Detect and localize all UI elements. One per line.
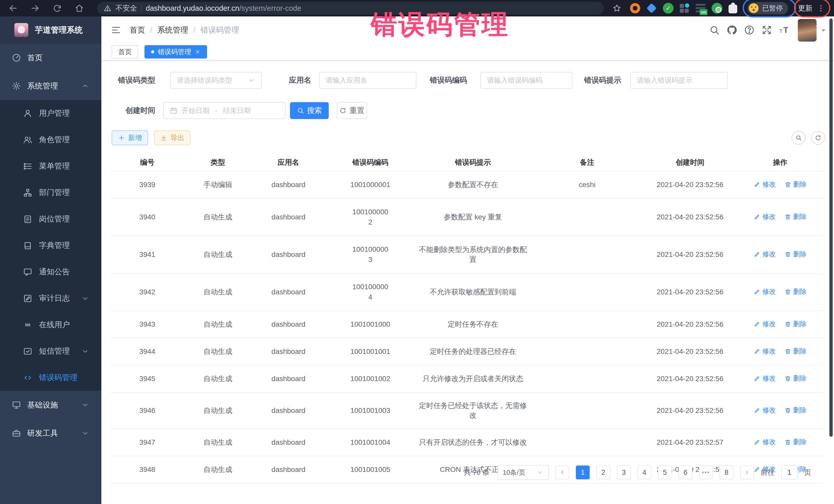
menu-label: 通知公告: [39, 267, 70, 277]
sidebar-item-角色管理[interactable]: 角色管理: [0, 127, 101, 153]
cell-time: 2021-04-20 23:52:56: [643, 365, 737, 392]
sidebar-item-审计日志[interactable]: 审计日志: [0, 285, 101, 311]
sidebar-item-通知公告[interactable]: 通知公告: [0, 259, 101, 285]
on-badge-extension-icon[interactable]: on: [696, 4, 705, 13]
error-msg-input[interactable]: [637, 76, 721, 84]
reset-button[interactable]: 重置: [337, 102, 367, 119]
puzzle-extension-icon[interactable]: [728, 5, 737, 13]
error-type-select[interactable]: 请选择错误码类型: [170, 72, 262, 89]
edit-link[interactable]: 修改: [754, 287, 776, 296]
edit-link[interactable]: 修改: [754, 250, 776, 259]
grid-extension-icon[interactable]: [680, 3, 689, 13]
add-button[interactable]: 新增: [112, 130, 148, 145]
tag-home[interactable]: 首页: [112, 45, 138, 59]
page-size-select[interactable]: 10条/页: [498, 465, 549, 480]
delete-link[interactable]: 删除: [785, 180, 807, 189]
sidebar-item-菜单管理[interactable]: 菜单管理: [0, 153, 101, 179]
profile-chip[interactable]: 已暂停: [747, 2, 788, 14]
delete-link[interactable]: 删除: [785, 287, 807, 296]
sidebar-item-用户管理[interactable]: 用户管理: [0, 100, 101, 127]
tag-error-code[interactable]: 错误码管理: [145, 45, 207, 59]
edit-link[interactable]: 修改: [754, 180, 776, 189]
delete-link[interactable]: 删除: [785, 406, 807, 415]
chevron-right-icon: [744, 469, 750, 476]
chevron-left-icon: [559, 469, 565, 476]
delete-link[interactable]: 删除: [785, 250, 807, 259]
sidebar-item-字典管理[interactable]: 字典管理: [0, 232, 101, 259]
page-button-4[interactable]: 4: [637, 465, 651, 479]
delete-link[interactable]: 删除: [785, 347, 807, 356]
address-bar[interactable]: 不安全 dashboard.yudao.iocoder.cn/system/er…: [97, 2, 604, 15]
pages-ellipsis[interactable]: •••: [699, 465, 713, 479]
refresh-table-button[interactable]: [811, 131, 825, 145]
edit-link[interactable]: 修改: [754, 320, 776, 328]
breadcrumb-home[interactable]: 首页: [130, 25, 145, 36]
sidebar-item-错误码管理[interactable]: 错误码管理: [0, 365, 101, 391]
question-icon[interactable]: [744, 25, 755, 36]
menu-label: 短信管理: [39, 346, 70, 356]
delete-link[interactable]: 删除: [785, 320, 807, 328]
breadcrumb-system[interactable]: 系统管理: [157, 25, 188, 36]
edit-link[interactable]: 修改: [754, 374, 776, 383]
error-msg-field[interactable]: [630, 72, 728, 89]
close-icon[interactable]: [195, 49, 200, 54]
sidebar-item-短信管理[interactable]: 短信管理: [0, 338, 101, 365]
delete-icon: [785, 214, 791, 220]
fontsize-icon[interactable]: TT: [779, 25, 790, 36]
app-name-input[interactable]: [326, 76, 410, 84]
delete-link[interactable]: 删除: [785, 438, 807, 446]
page-button-8[interactable]: 8: [720, 465, 733, 479]
sidebar-item-部门管理[interactable]: 部门管理: [0, 179, 101, 206]
page-button-2[interactable]: 2: [596, 465, 610, 479]
green-check-extension-icon[interactable]: [663, 3, 674, 14]
sidebar-item-在线用户[interactable]: 在线用户: [0, 311, 101, 338]
cell-time: 2021-04-20 23:52:56: [643, 171, 737, 198]
update-button[interactable]: 更新: [798, 3, 825, 14]
forward-icon[interactable]: [30, 3, 40, 13]
sidebar-item-研发工具[interactable]: 研发工具: [0, 419, 101, 447]
edit-link[interactable]: 修改: [754, 347, 776, 356]
blue-gem-extension-icon[interactable]: [646, 3, 657, 13]
cell-time: 2021-04-20 23:52:56: [643, 236, 737, 273]
hamburger-icon[interactable]: [111, 25, 122, 36]
page-button-3[interactable]: 3: [617, 465, 631, 479]
caret-down-icon[interactable]: [820, 27, 827, 34]
cell-time: 2021-04-20 23:52:57: [643, 429, 737, 456]
user-avatar[interactable]: [798, 19, 816, 42]
url-text: dashboard.yudao.iocoder.cn/system/error-…: [146, 4, 301, 13]
goto-page-input[interactable]: [781, 465, 797, 480]
bookmark-star-icon[interactable]: [612, 4, 621, 13]
orange-ring-extension-icon[interactable]: [630, 3, 640, 13]
sidebar-item-基础设施[interactable]: 基础设施: [0, 391, 101, 419]
page-button-5[interactable]: 5: [658, 465, 672, 479]
edit-link[interactable]: 修改: [754, 406, 776, 415]
page-button-6[interactable]: 6: [679, 465, 692, 479]
reload-icon[interactable]: [52, 3, 62, 13]
search-icon[interactable]: [709, 25, 720, 36]
page-button-1[interactable]: 1: [576, 465, 590, 479]
prev-page-button[interactable]: [555, 465, 569, 479]
next-page-button[interactable]: [740, 465, 754, 479]
export-button[interactable]: 导出: [154, 130, 191, 145]
fullscreen-icon[interactable]: [761, 25, 772, 36]
monkey-extension-icon[interactable]: [711, 3, 722, 14]
app-name-field[interactable]: [319, 72, 416, 89]
scrollbar-thumb[interactable]: [829, 19, 833, 437]
home-icon[interactable]: [74, 3, 84, 13]
delete-link[interactable]: 删除: [785, 374, 807, 383]
toggle-search-button[interactable]: [792, 131, 806, 145]
github-icon[interactable]: [726, 25, 737, 36]
error-code-input[interactable]: [487, 76, 566, 84]
date-range-picker[interactable]: 开始日期 - 结束日期: [163, 102, 286, 119]
edit-link[interactable]: 修改: [754, 438, 776, 446]
sidebar-item-系统管理[interactable]: 系统管理: [0, 72, 101, 100]
menu-kebab-icon[interactable]: [816, 4, 825, 13]
search-button[interactable]: 搜索: [290, 102, 329, 119]
sidebar-item-首页[interactable]: 首页: [0, 44, 101, 72]
edit-link[interactable]: 修改: [754, 212, 776, 221]
error-code-field[interactable]: [480, 72, 572, 89]
sidebar-item-岗位管理[interactable]: 岗位管理: [0, 206, 101, 232]
logo: 芋道管理系统: [0, 17, 101, 44]
back-icon[interactable]: [8, 3, 18, 13]
delete-link[interactable]: 删除: [785, 212, 807, 221]
